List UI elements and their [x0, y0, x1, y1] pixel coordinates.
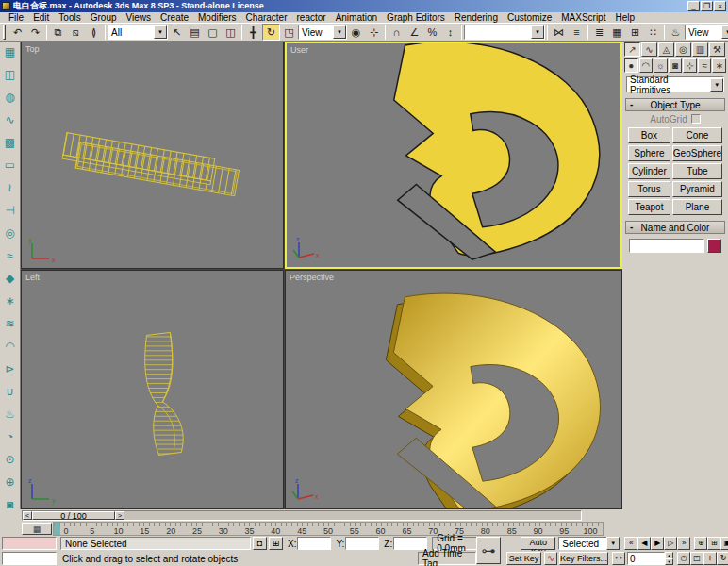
x-coordinate-field[interactable]: [297, 537, 331, 550]
reactor-utility-icon[interactable]: ⊕: [1, 474, 19, 491]
collapse-icon[interactable]: -: [630, 222, 633, 232]
dropdown-arrow-icon[interactable]: ▼: [721, 25, 728, 39]
tab-hierarchy[interactable]: ◬: [658, 42, 674, 57]
menu-file[interactable]: File: [4, 12, 28, 23]
menu-reactor[interactable]: reactor: [292, 12, 331, 23]
next-frame-button[interactable]: ▷: [664, 537, 677, 550]
reactor-cloth-modifier-icon[interactable]: ◠: [1, 338, 19, 356]
reactor-rigid-body-collection-icon[interactable]: ▦: [1, 43, 19, 61]
maxscript-listener-white[interactable]: [2, 552, 57, 565]
viewport-top[interactable]: Top x y: [21, 42, 284, 269]
zoom-region-icon[interactable]: ◰: [690, 552, 703, 565]
plane-button[interactable]: Plane: [672, 199, 722, 215]
dropdown-arrow-icon[interactable]: ▼: [333, 25, 346, 39]
mini-curve-editor-button[interactable]: ▦: [22, 523, 52, 535]
select-and-scale-icon[interactable]: ◳: [280, 24, 298, 41]
reactor-soft-body-collection-icon[interactable]: ◍: [1, 89, 19, 107]
object-color-swatch[interactable]: [707, 239, 721, 253]
zoom-extents-icon[interactable]: ▣: [720, 537, 728, 550]
time-slider-track[interactable]: < 0 / 100 >: [22, 510, 582, 521]
reactor-water-icon[interactable]: ≋: [1, 315, 19, 333]
bind-to-space-warp-icon[interactable]: ≬: [85, 24, 103, 41]
select-and-move-icon[interactable]: ╋: [244, 24, 262, 41]
redo-icon[interactable]: ↷: [26, 24, 44, 41]
select-by-name-icon[interactable]: ▤: [186, 24, 204, 41]
toolbar-handle[interactable]: [3, 25, 6, 40]
reactor-wind-icon[interactable]: ≈: [1, 247, 19, 265]
named-selection-sets-dropdown[interactable]: ▼: [464, 25, 545, 40]
menu-modifiers[interactable]: Modifiers: [193, 12, 241, 23]
category-helpers-icon[interactable]: ⊹: [683, 58, 697, 73]
previous-frame-arrow[interactable]: <: [23, 511, 32, 520]
reactor-rope-collection-icon[interactable]: ∿: [1, 111, 19, 129]
next-frame-arrow[interactable]: >: [115, 511, 124, 520]
sphere-button[interactable]: Sphere: [628, 145, 670, 161]
viewport-user-label[interactable]: User: [290, 45, 308, 55]
render-type-dropdown[interactable]: View▼: [685, 25, 728, 40]
name-color-rollout[interactable]: - Name and Color: [625, 221, 725, 234]
primitive-category-dropdown[interactable]: Standard Primitives ▼: [626, 76, 724, 92]
selection-set-dropdown[interactable]: Selected ▼: [558, 537, 620, 550]
category-space-warps-icon[interactable]: ≈: [698, 58, 712, 73]
curve-editor-icon[interactable]: ▦: [608, 24, 626, 41]
object-name-input[interactable]: [629, 239, 704, 253]
viewport-left-label[interactable]: Left: [25, 273, 40, 282]
reactor-plane-icon[interactable]: ▭: [1, 157, 19, 175]
spinner-snap-icon[interactable]: ↕: [441, 24, 459, 41]
menu-maxscript[interactable]: MAXScript: [556, 12, 610, 23]
render-scene-icon[interactable]: ♨: [667, 24, 685, 41]
category-cameras-icon[interactable]: ◙: [669, 58, 683, 73]
tab-utilities[interactable]: ⚒: [709, 42, 725, 57]
torus-button[interactable]: Torus: [628, 181, 670, 197]
object-type-rollout[interactable]: - Object Type: [625, 98, 725, 111]
category-lights-icon[interactable]: ☼: [654, 58, 668, 73]
new-key-icon[interactable]: ∿: [544, 552, 557, 565]
reactor-create-animation-icon[interactable]: ♨: [1, 406, 19, 424]
tab-create[interactable]: ↗: [624, 42, 640, 57]
align-icon[interactable]: ≡: [568, 24, 586, 41]
selection-filter-dropdown[interactable]: All▼: [108, 25, 168, 40]
reactor-fracture-icon[interactable]: ∗: [1, 292, 19, 310]
layer-manager-icon[interactable]: ≣: [590, 24, 608, 41]
category-systems-icon[interactable]: ∗: [712, 58, 726, 73]
minimize-button[interactable]: _: [687, 1, 700, 11]
time-slider-thumb[interactable]: 0 / 100: [32, 511, 115, 520]
box-button[interactable]: Box: [628, 127, 670, 143]
window-crossing-icon[interactable]: ◫: [222, 24, 240, 41]
viewport-perspective-label[interactable]: Perspective: [290, 273, 334, 282]
viewport-left[interactable]: Left y z: [21, 270, 284, 509]
teapot-button[interactable]: Teapot: [628, 199, 670, 215]
absolute-offset-toggle-icon[interactable]: ⊞: [269, 537, 283, 550]
reactor-deforming-mesh-collection-icon[interactable]: ▩: [1, 134, 19, 152]
use-pivot-center-icon[interactable]: ◉: [347, 24, 365, 41]
menu-views[interactable]: Views: [122, 12, 157, 23]
reactor-motor-icon[interactable]: ◎: [1, 225, 19, 242]
selection-lock-icon[interactable]: ◘: [253, 537, 267, 550]
spinner-down-icon[interactable]: ▼: [665, 558, 673, 565]
select-object-icon[interactable]: ↖: [168, 24, 186, 41]
reactor-soft-body-modifier-icon[interactable]: ⊳: [1, 360, 19, 378]
previous-frame-button[interactable]: ◀: [637, 537, 651, 550]
reactor-linear-dashpot-icon[interactable]: ⊣: [1, 202, 19, 220]
menu-animation[interactable]: Animation: [331, 12, 382, 23]
dropdown-arrow-icon[interactable]: ▼: [710, 78, 723, 92]
menu-character[interactable]: Character: [241, 12, 292, 23]
menu-edit[interactable]: Edit: [28, 12, 54, 23]
percent-snap-icon[interactable]: %: [423, 24, 441, 41]
close-button[interactable]: ×: [714, 1, 726, 11]
select-and-manipulate-icon[interactable]: ⊹: [365, 24, 383, 41]
y-coordinate-field[interactable]: [345, 537, 379, 550]
select-and-link-icon[interactable]: ⧉: [49, 24, 67, 41]
snap-toggle-3d-icon[interactable]: ∩: [388, 24, 405, 41]
reactor-preview-animation-icon[interactable]: ◔: [1, 428, 19, 446]
reactor-cloth-collection-icon[interactable]: ◫: [1, 66, 19, 84]
pyramid-button[interactable]: Pyramid: [672, 181, 722, 197]
spinner-up-icon[interactable]: ▲: [665, 552, 673, 558]
rectangular-selection-icon[interactable]: ▢: [204, 24, 222, 41]
add-time-tag[interactable]: Add Time Tag: [418, 552, 476, 565]
menu-create[interactable]: Create: [156, 12, 193, 23]
menu-group[interactable]: Group: [86, 12, 122, 23]
reference-coordinate-dropdown[interactable]: View▼: [298, 25, 347, 40]
viewport-user[interactable]: User x z: [285, 42, 622, 269]
set-keys-key-icon[interactable]: ⊶: [476, 537, 501, 564]
